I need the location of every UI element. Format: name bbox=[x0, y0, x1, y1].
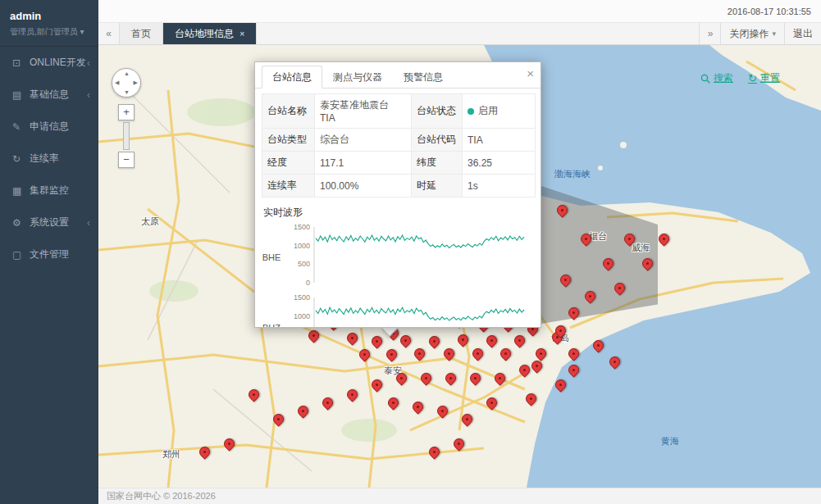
zoom-slider[interactable] bbox=[123, 122, 130, 150]
close-operations-button[interactable]: 关闭操作 ▾ bbox=[720, 23, 784, 44]
table-row: 台站类型 综合台 台站代码 TIA bbox=[262, 129, 536, 152]
search-label: 搜索 bbox=[714, 71, 733, 85]
sidebar-item-system-settings[interactable]: ⚙ 系统设置 ‹ bbox=[0, 207, 98, 238]
compass-pan-control[interactable]: ▲ ▼ ◀ ▶ bbox=[112, 68, 141, 98]
tab-sensors-instruments[interactable]: 测点与仪器 bbox=[322, 66, 393, 88]
table-row: 台站名称 泰安基准地震台 TIA 台站状态 启用 bbox=[262, 94, 536, 129]
sidebar-item-continuity-rate[interactable]: ↻ 连续率 bbox=[0, 143, 98, 175]
station-info-popup: × 台站信息 测点与仪器 预警信息 台站名称 泰安基准地震台 TIA 台站状态 … bbox=[254, 61, 541, 328]
sidebar-item-apply-info[interactable]: ✎ 申请信息 bbox=[0, 111, 98, 143]
channel-label: BHE bbox=[258, 252, 285, 262]
grid-icon: ▦ bbox=[12, 185, 25, 197]
zoom-out-button[interactable]: − bbox=[118, 152, 135, 168]
logout-label: 退出 bbox=[793, 27, 813, 41]
user-name: admin bbox=[10, 10, 90, 22]
close-operations-label: 关闭操作 bbox=[729, 27, 769, 41]
sidebar-item-online-dev[interactable]: ⊡ ONLINE开发 ‹ bbox=[0, 47, 98, 79]
waveform-row-bhz: BHZ 150010005000 bbox=[255, 292, 540, 328]
station-info-table: 台站名称 泰安基准地震台 TIA 台站状态 启用 台站类型 综合台 台站代码 T… bbox=[262, 93, 536, 198]
tab-station-geo-info[interactable]: 台站地理信息 × bbox=[163, 23, 257, 44]
status-dot-icon bbox=[468, 108, 474, 115]
topbar: 2016-08-17 10:31:55 bbox=[98, 0, 821, 23]
waveform-chart-bhe: 150010005000 bbox=[285, 223, 531, 292]
pan-left-icon[interactable]: ◀ bbox=[115, 79, 119, 86]
sidebar-item-label: 基础信息 bbox=[30, 88, 87, 102]
sidebar-item-label: 系统设置 bbox=[30, 216, 87, 229]
user-panel: admin 管理员,部门管理员 ▾ bbox=[0, 0, 98, 47]
pan-right-icon[interactable]: ▶ bbox=[134, 79, 138, 86]
field-label: 台站名称 bbox=[262, 94, 315, 129]
sidebar-item-file-manager[interactable]: ▢ 文件管理 bbox=[0, 238, 98, 270]
reset-button[interactable]: ↻ 重置 bbox=[748, 71, 780, 85]
channel-label: BHZ bbox=[258, 323, 285, 328]
map-navigation-control[interactable]: ▲ ▼ ◀ ▶ + − bbox=[112, 68, 141, 168]
tabbar-actions: » 关闭操作 ▾ 退出 bbox=[699, 23, 821, 44]
waveform-chart-bhz: 150010005000 bbox=[285, 293, 531, 328]
svg-text:1500: 1500 bbox=[294, 293, 310, 302]
zoom-control: + − bbox=[118, 104, 135, 168]
gear-icon: ⚙ bbox=[12, 217, 25, 229]
sidebar-item-label: 文件管理 bbox=[30, 247, 90, 261]
popup-tabs: 台站信息 测点与仪器 预警信息 bbox=[255, 62, 540, 89]
table-row: 经度 117.1 纬度 36.25 bbox=[262, 152, 536, 175]
map-tools: 搜索 ↻ 重置 bbox=[700, 71, 780, 85]
field-label: 连续率 bbox=[262, 175, 315, 198]
sidebar-item-cluster-monitor[interactable]: ▦ 集群监控 bbox=[0, 175, 98, 207]
station-code-value: TIA bbox=[463, 129, 536, 152]
island bbox=[620, 142, 627, 148]
close-icon[interactable]: × bbox=[527, 66, 534, 80]
main-panel: 2016-08-17 10:31:55 « 首页 台站地理信息 × » 关闭操作… bbox=[98, 0, 821, 504]
sidebar-item-label: 集群监控 bbox=[30, 184, 90, 198]
tab-home[interactable]: 首页 bbox=[120, 23, 163, 44]
station-type-value: 综合台 bbox=[315, 129, 412, 152]
zoom-in-button[interactable]: + bbox=[118, 104, 135, 120]
sidebar-item-label: ONLINE开发 bbox=[30, 56, 87, 70]
map-area[interactable]: ▲ ▼ ◀ ▶ + − 搜索 bbox=[98, 45, 821, 488]
tab-label: 台站地理信息 bbox=[175, 27, 234, 41]
svg-text:0: 0 bbox=[306, 279, 310, 287]
field-label: 经度 bbox=[262, 152, 315, 175]
user-role-dropdown[interactable]: 管理员,部门管理员 ▾ bbox=[10, 26, 90, 38]
close-tab-icon[interactable]: × bbox=[239, 29, 244, 39]
scroll-tabs-left-icon[interactable]: « bbox=[98, 23, 120, 44]
app-window: admin 管理员,部门管理员 ▾ ⊡ ONLINE开发 ‹ ▤ 基础信息 ‹ … bbox=[0, 0, 821, 504]
continuity-rate-value: 100.00% bbox=[315, 175, 412, 198]
edit-icon: ✎ bbox=[12, 121, 25, 133]
city-label: 太原 bbox=[141, 216, 159, 228]
clock-timestamp: 2016-08-17 10:31:55 bbox=[718, 7, 821, 16]
svg-text:1000: 1000 bbox=[294, 312, 310, 320]
sidebar-item-label: 连续率 bbox=[30, 152, 90, 166]
station-name-value: 泰安基准地震台 TIA bbox=[315, 94, 412, 129]
pan-up-icon[interactable]: ▲ bbox=[124, 70, 130, 76]
tab-station-info[interactable]: 台站信息 bbox=[262, 66, 322, 89]
pan-down-icon[interactable]: ▼ bbox=[124, 89, 130, 95]
footer-copyright: 国家台网中心 © 2016-2026 bbox=[98, 488, 821, 504]
field-label: 台站代码 bbox=[412, 129, 463, 152]
sidebar-item-basic-info[interactable]: ▤ 基础信息 ‹ bbox=[0, 79, 98, 111]
search-button[interactable]: 搜索 bbox=[700, 71, 733, 85]
tab-bar: « 首页 台站地理信息 × » 关闭操作 ▾ 退出 bbox=[98, 23, 821, 45]
field-label: 台站状态 bbox=[412, 94, 463, 129]
user-role-label: 管理员,部门管理员 bbox=[10, 27, 78, 36]
table-row: 连续率 100.00% 时延 1s bbox=[262, 175, 536, 198]
list-icon: ▤ bbox=[12, 89, 25, 101]
scroll-tabs-right-icon[interactable]: » bbox=[699, 23, 720, 44]
tab-alert-info[interactable]: 预警信息 bbox=[393, 66, 454, 88]
longitude-value: 117.1 bbox=[315, 152, 412, 175]
search-icon bbox=[700, 74, 710, 84]
caret-down-icon: ▾ bbox=[772, 30, 776, 38]
logout-button[interactable]: 退出 bbox=[784, 23, 821, 44]
sidebar-item-label: 申请信息 bbox=[30, 120, 90, 134]
svg-text:500: 500 bbox=[298, 260, 310, 268]
chevron-left-icon: ‹ bbox=[87, 217, 90, 229]
svg-text:1000: 1000 bbox=[294, 242, 310, 250]
chevron-left-icon: ‹ bbox=[87, 89, 90, 101]
refresh-icon: ↻ bbox=[12, 153, 25, 165]
sea-label: 黄海 bbox=[661, 435, 679, 447]
city-label: 郑州 bbox=[162, 448, 180, 461]
waveform-row-bhe: BHE 150010005000 bbox=[255, 221, 540, 292]
station-status-value: 启用 bbox=[463, 94, 536, 129]
sidebar-nav: ⊡ ONLINE开发 ‹ ▤ 基础信息 ‹ ✎ 申请信息 ↻ 连续率 ▦ 集群监… bbox=[0, 47, 98, 270]
caret-down-icon: ▾ bbox=[80, 27, 84, 36]
sea-label: 渤海海峡 bbox=[554, 168, 591, 180]
